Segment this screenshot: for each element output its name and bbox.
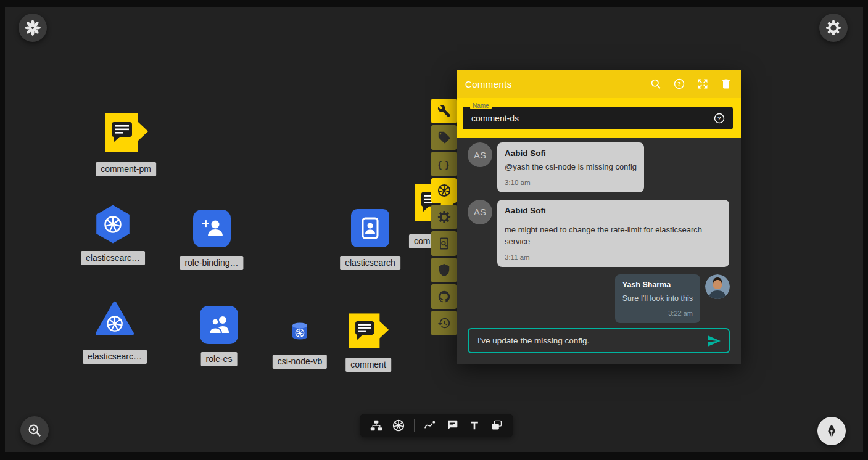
node-elasticsearch-hexagon[interactable] [94, 205, 132, 246]
braces-icon: { } [438, 159, 450, 170]
avatar-initials: AS [468, 142, 492, 167]
json-tool-button[interactable]: { } [431, 152, 457, 176]
message-time: 3:11 am [505, 253, 722, 261]
node-elasticsearch-triangle[interactable] [95, 301, 134, 339]
send-icon[interactable] [706, 334, 721, 348]
node-role-es[interactable] [200, 306, 238, 347]
pen-icon [824, 423, 840, 439]
kubernetes-hexagon-icon [94, 205, 132, 244]
shield-icon [437, 263, 451, 277]
message-author: Yash Sharma [622, 281, 693, 289]
node-comment-pm[interactable] [105, 113, 148, 154]
node-label-elasticsearch-tri: elasticsearc… [83, 350, 147, 364]
kubernetes-components-tool[interactable] [392, 419, 405, 432]
node-comment[interactable] [349, 313, 389, 351]
comments-panel: Comments Name AS Aabid Sofi @yash the cs… [457, 70, 741, 364]
name-field-label: Name [470, 102, 492, 109]
kubernetes-wheel-icon [437, 184, 451, 197]
node-label-elasticsearch: elasticsearch [340, 256, 400, 270]
zoom-button[interactable] [20, 416, 49, 445]
node-label-comment-pm: comment-pm [96, 162, 156, 176]
node-elasticsearch-sa[interactable] [351, 209, 389, 250]
wrench-icon [437, 104, 451, 118]
comment-input[interactable] [476, 335, 706, 346]
panel-title: Comments [465, 79, 650, 89]
flower-icon [25, 20, 41, 36]
role-binding-icon [193, 210, 231, 247]
chat-message: AS Aabid Sofi @yash the csi-node is miss… [468, 142, 730, 192]
name-input[interactable] [470, 113, 713, 124]
zoom-in-icon [27, 422, 43, 438]
history-icon [437, 316, 451, 330]
search-icon[interactable] [650, 78, 662, 90]
text-tool[interactable] [468, 419, 481, 432]
tag-tool-button[interactable] [431, 125, 457, 150]
dock-divider [414, 419, 415, 432]
media-icon [490, 419, 503, 432]
message-bubble: Yash Sharma Sure I'll look into this 3:2… [615, 274, 700, 323]
service-account-icon [351, 209, 389, 247]
bottom-dock [360, 414, 513, 437]
panel-header-icons [650, 78, 732, 90]
avatar-photo [705, 274, 730, 299]
github-tool-button[interactable] [431, 284, 457, 309]
chat-thread: AS Aabid Sofi @yash the csi-node is miss… [457, 138, 741, 326]
comment-node-icon [105, 113, 148, 152]
delete-icon[interactable] [720, 78, 732, 90]
role-icon [200, 306, 238, 344]
shapes-icon [424, 419, 436, 432]
node-role-binding[interactable] [193, 210, 231, 250]
inspect-tool-button[interactable] [431, 231, 457, 256]
comment-icon [446, 419, 458, 432]
node-label-role-es: role-es [201, 352, 238, 366]
settings-tool-button[interactable] [431, 205, 457, 229]
shapes-tool[interactable] [423, 419, 437, 432]
tag-icon [437, 131, 451, 144]
node-label-role-binding: role-binding… [180, 256, 243, 270]
chat-message: Yash Sharma Sure I'll look into this 3:2… [468, 274, 730, 323]
security-tool-button[interactable] [431, 258, 457, 282]
node-label-comment: comment [345, 358, 391, 372]
kubernetes-wheel-icon [392, 419, 405, 432]
message-bubble: Aabid Sofi @yash the csi-node is missing… [497, 142, 644, 192]
name-field: Name [463, 107, 733, 129]
comment-tool[interactable] [445, 419, 459, 432]
message-author: Aabid Sofi [505, 149, 637, 158]
node-csi-node-vb[interactable] [290, 321, 310, 344]
github-icon [437, 290, 451, 303]
comment-composer [468, 328, 730, 353]
expand-icon[interactable] [696, 78, 709, 90]
media-tool[interactable] [490, 419, 503, 432]
user-photo [705, 274, 730, 299]
avatar-initials: AS [468, 200, 492, 224]
document-search-icon [437, 237, 451, 250]
name-field-section: Name [457, 98, 741, 138]
node-label-elasticsearch-hex: elasticsearc… [81, 251, 145, 265]
history-tool-button[interactable] [431, 311, 457, 335]
text-icon [468, 419, 481, 432]
kubernetes-triangle-icon [95, 301, 134, 337]
field-help-icon[interactable] [713, 112, 725, 125]
message-text: Sure I'll look into this [622, 293, 693, 304]
gear-icon [437, 210, 451, 224]
configure-tool-button[interactable] [431, 99, 457, 123]
comment-node-icon [349, 313, 389, 348]
message-bubble: Aabid Sofi me might need to change the r… [497, 200, 729, 267]
gear-icon [825, 20, 841, 36]
message-author: Aabid Sofi [505, 206, 722, 215]
kubernetes-tool-button[interactable] [431, 178, 457, 203]
app-menu-button[interactable] [19, 14, 47, 42]
settings-button[interactable] [819, 14, 848, 42]
message-text: me might need to change the rate-limit f… [505, 224, 722, 248]
help-icon[interactable] [673, 78, 685, 90]
message-time: 3:10 am [505, 179, 637, 186]
structure-icon [370, 419, 382, 432]
pen-mode-button[interactable] [817, 417, 846, 445]
node-label-csi-node-vb: csi-node-vb [273, 355, 327, 369]
message-text: @yash the csi-node is missing config [505, 162, 637, 173]
node-context-toolbar: { } [431, 99, 457, 335]
structure-tool[interactable] [370, 419, 383, 432]
chat-message: AS Aabid Sofi me might need to change th… [468, 200, 730, 267]
kanvas-designer: { "window": { "canvas_bg": "#222222", "f… [0, 0, 868, 460]
storage-cylinder-icon [290, 321, 310, 342]
